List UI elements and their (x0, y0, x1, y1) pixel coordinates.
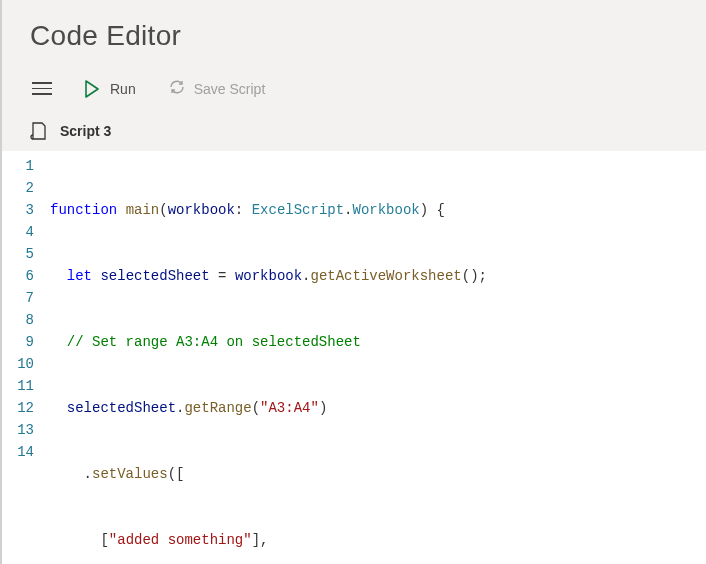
code-line: let selectedSheet = workbook.getActiveWo… (50, 265, 706, 287)
code-line: .setValues([ (50, 463, 706, 485)
menu-button[interactable] (30, 76, 54, 101)
line-number: 4 (10, 221, 34, 243)
line-number: 7 (10, 287, 34, 309)
line-number: 3 (10, 199, 34, 221)
code-line: // Set range A3:A4 on selectedSheet (50, 331, 706, 353)
save-label: Save Script (194, 81, 266, 97)
run-button[interactable]: Run (74, 76, 146, 102)
run-label: Run (110, 81, 136, 97)
play-icon (84, 80, 100, 98)
line-number-gutter: 1 2 3 4 5 6 7 8 9 10 11 12 13 14 (2, 151, 50, 564)
line-number: 5 (10, 243, 34, 265)
line-number: 8 (10, 309, 34, 331)
line-number: 1 (10, 155, 34, 177)
script-name[interactable]: Script 3 (60, 123, 111, 139)
sync-icon (168, 78, 186, 99)
code-line: selectedSheet.getRange("A3:A4") (50, 397, 706, 419)
line-number: 14 (10, 441, 34, 463)
code-line: function main(workbook: ExcelScript.Work… (50, 199, 706, 221)
line-number: 10 (10, 353, 34, 375)
toolbar: Run Save Script (2, 66, 706, 113)
script-bar: Script 3 (2, 113, 706, 151)
line-number: 6 (10, 265, 34, 287)
line-number: 9 (10, 331, 34, 353)
line-number: 13 (10, 419, 34, 441)
code-editor[interactable]: 1 2 3 4 5 6 7 8 9 10 11 12 13 14 functio… (2, 151, 706, 564)
header: Code Editor (2, 0, 706, 66)
save-script-button[interactable]: Save Script (158, 74, 276, 103)
page-title: Code Editor (30, 20, 678, 52)
line-number: 12 (10, 397, 34, 419)
code-line: ["added something"], (50, 529, 706, 551)
line-number: 11 (10, 375, 34, 397)
hamburger-icon (32, 82, 52, 84)
script-icon (30, 121, 48, 141)
code-area[interactable]: function main(workbook: ExcelScript.Work… (50, 151, 706, 564)
line-number: 2 (10, 177, 34, 199)
